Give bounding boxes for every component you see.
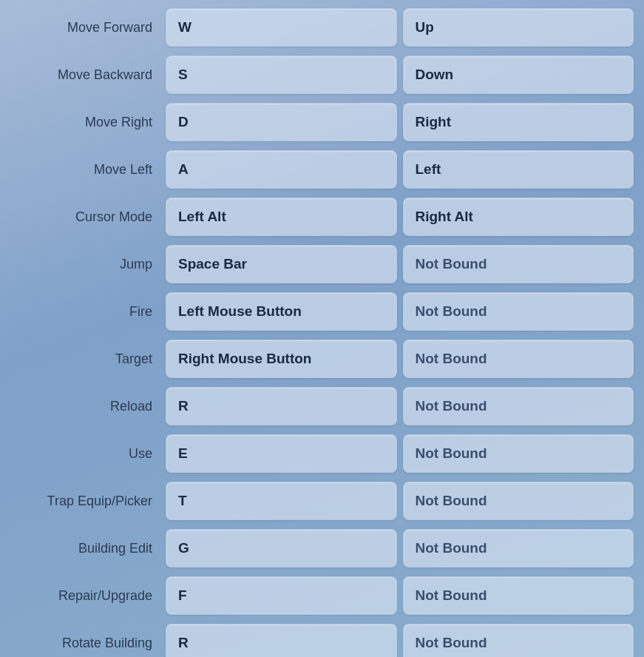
primary-keybind-button[interactable]: Left Alt — [166, 198, 397, 236]
secondary-keybind-button[interactable]: Not Bound — [403, 387, 634, 425]
secondary-keybind-button[interactable]: Left — [403, 150, 634, 189]
primary-keybind-button[interactable]: E — [166, 434, 397, 473]
keybind-row: Rotate BuildingRNot Bound — [7, 621, 637, 657]
action-label: Use — [7, 446, 163, 462]
keybind-row: FireLeft Mouse ButtonNot Bound — [7, 290, 637, 333]
keybind-row: TargetRight Mouse ButtonNot Bound — [7, 337, 637, 380]
keybind-row: Building EditGNot Bound — [7, 527, 637, 570]
secondary-keybind-button[interactable]: Not Bound — [403, 624, 634, 657]
keybind-row: Move RightDRight — [7, 101, 637, 144]
action-label: Move Left — [7, 162, 163, 178]
primary-keybind-button[interactable]: D — [166, 103, 397, 141]
action-label: Move Backward — [7, 67, 163, 83]
secondary-keybind-button[interactable]: Not Bound — [403, 292, 634, 331]
keybind-row: Repair/UpgradeFNot Bound — [7, 574, 637, 617]
keybind-row: Move BackwardSDown — [7, 53, 637, 96]
primary-keybind-button[interactable]: R — [166, 624, 397, 657]
action-label: Move Forward — [7, 20, 163, 36]
primary-keybind-button[interactable]: R — [166, 387, 397, 425]
action-label: Target — [7, 351, 163, 367]
action-label: Move Right — [7, 115, 163, 130]
action-label: Building Edit — [7, 541, 163, 556]
action-label: Repair/Upgrade — [7, 588, 163, 604]
secondary-keybind-button[interactable]: Not Bound — [403, 434, 634, 473]
secondary-keybind-button[interactable]: Up — [403, 8, 634, 47]
keybind-table: Move ForwardWUpMove BackwardSDownMove Ri… — [0, 6, 644, 657]
keybind-row: Move ForwardWUp — [7, 6, 637, 49]
secondary-keybind-button[interactable]: Right Alt — [403, 198, 634, 236]
action-label: Trap Equip/Picker — [7, 493, 163, 509]
primary-keybind-button[interactable]: T — [166, 482, 397, 520]
secondary-keybind-button[interactable]: Down — [403, 55, 634, 94]
action-label: Rotate Building — [7, 636, 163, 651]
primary-keybind-button[interactable]: Left Mouse Button — [166, 292, 397, 331]
secondary-keybind-button[interactable]: Right — [403, 103, 634, 141]
primary-keybind-button[interactable]: Space Bar — [166, 245, 397, 283]
primary-keybind-button[interactable]: G — [166, 529, 397, 567]
primary-keybind-button[interactable]: S — [166, 55, 397, 94]
action-label: Jump — [7, 257, 163, 272]
keybind-row: Cursor ModeLeft AltRight Alt — [7, 195, 637, 238]
primary-keybind-button[interactable]: W — [166, 8, 397, 47]
primary-keybind-button[interactable]: F — [166, 576, 397, 615]
primary-keybind-button[interactable]: A — [166, 150, 397, 189]
keybind-row: Move LeftALeft — [7, 148, 637, 191]
keybind-row: JumpSpace BarNot Bound — [7, 243, 637, 286]
secondary-keybind-button[interactable]: Not Bound — [403, 529, 634, 567]
secondary-keybind-button[interactable]: Not Bound — [403, 340, 634, 378]
secondary-keybind-button[interactable]: Not Bound — [403, 482, 634, 520]
primary-keybind-button[interactable]: Right Mouse Button — [166, 340, 397, 378]
action-label: Cursor Mode — [7, 209, 163, 225]
keybind-row: ReloadRNot Bound — [7, 385, 637, 428]
secondary-keybind-button[interactable]: Not Bound — [403, 245, 634, 283]
action-label: Reload — [7, 399, 163, 414]
action-label: Fire — [7, 304, 163, 320]
secondary-keybind-button[interactable]: Not Bound — [403, 576, 634, 615]
keybind-row: UseENot Bound — [7, 432, 637, 475]
keybind-row: Trap Equip/PickerTNot Bound — [7, 479, 637, 522]
